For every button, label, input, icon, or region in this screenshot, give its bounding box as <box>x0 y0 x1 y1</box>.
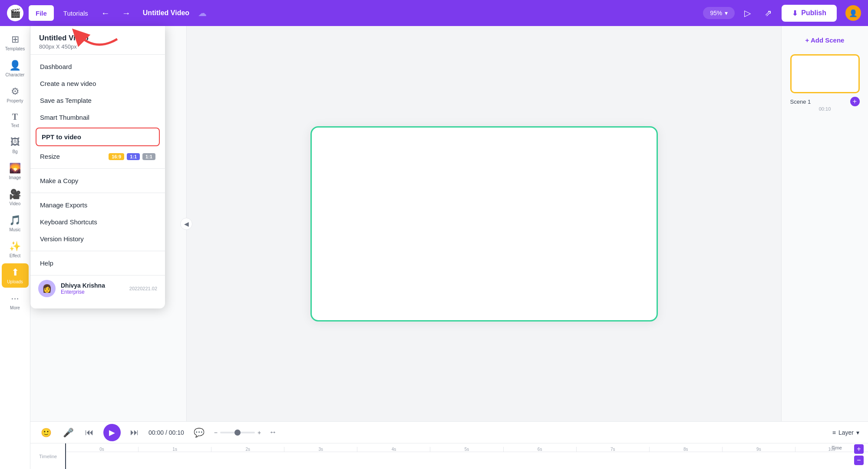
zoom-selector[interactable]: 95% ▾ <box>703 7 735 19</box>
publish-button[interactable]: ⬇ Publish <box>782 5 837 22</box>
ruler-mark-7s: 7s <box>576 447 649 452</box>
dropdown-item-resize[interactable]: Resize 16:9 1:1 1:1 <box>30 148 165 165</box>
property-icon: ⚙ <box>11 86 20 97</box>
expand-icon[interactable]: ↔ <box>269 428 277 437</box>
sidebar-item-video[interactable]: 🎥 Video <box>2 185 29 210</box>
dropdown-item-create-new[interactable]: Create a new video <box>30 75 165 92</box>
sidebar-item-music[interactable]: 🎵 Music <box>2 211 29 236</box>
divider-3 <box>30 251 165 251</box>
zoom-in-button[interactable]: + <box>854 444 864 454</box>
preview-button[interactable]: ▷ <box>740 6 755 20</box>
cloud-save-icon: ☁ <box>198 8 207 18</box>
timeline-label: Timeline <box>39 454 65 459</box>
timeline-row: Timeline 0s 1s 2s 3s 4s 5s 6s 7s 8s 9s 1… <box>30 443 868 469</box>
time-end-label: Time <box>832 445 842 450</box>
dropdown-user-info: 👩 Dhivya Krishna Enterprise 20220221.02 <box>30 275 165 302</box>
share-button[interactable]: ⇗ <box>760 6 776 20</box>
user-name: Dhivya Krishna <box>61 282 105 289</box>
topbar: 🎬 File Tutorials ← → Untitled Video ☁ 95… <box>0 0 868 26</box>
volume-plus-icon: + <box>257 429 261 436</box>
sidebar-item-label: Music <box>9 227 20 232</box>
video-title: Untitled Video <box>143 9 189 17</box>
time-display: 00:00 / 00:10 <box>149 429 184 436</box>
tutorials-button[interactable]: Tutorials <box>59 7 92 20</box>
music-icon: 🎵 <box>9 215 21 226</box>
caption-button[interactable]: 💬 <box>192 426 206 439</box>
sidebar-item-label: Video <box>10 201 20 206</box>
dropdown-item-smart-thumbnail[interactable]: Smart Thumbnail <box>30 109 165 126</box>
zoom-out-button[interactable]: − <box>854 456 864 465</box>
resize-badge-square: 1:1 <box>142 153 155 160</box>
sidebar-item-property[interactable]: ⚙ Property <box>2 82 29 107</box>
sidebar-item-templates[interactable]: ⊞ Templates <box>2 30 29 55</box>
volume-slider: − + <box>214 429 261 436</box>
sidebar-item-label: Character <box>6 72 25 77</box>
sidebar-item-label: Effect <box>10 253 20 258</box>
publish-icon: ⬇ <box>792 9 798 17</box>
scene-1-time: 00:10 <box>819 106 831 112</box>
scene-add-button[interactable]: + <box>850 97 860 106</box>
dropdown-item-make-copy[interactable]: Make a Copy <box>30 172 165 189</box>
uploads-icon: ⬆ <box>11 267 19 278</box>
user-avatar-small: 👩 <box>38 280 56 297</box>
sidebar-item-label: Bg <box>12 149 17 154</box>
divider-1 <box>30 168 165 169</box>
scene-1-label: Scene 1 + <box>790 97 860 106</box>
playhead[interactable] <box>65 443 66 469</box>
scene-1-thumbnail[interactable] <box>790 54 860 93</box>
ruler-mark-3s: 3s <box>284 447 357 452</box>
undo-button[interactable]: ← <box>98 7 113 20</box>
sidebar-item-image[interactable]: 🌄 Image <box>2 159 29 184</box>
volume-minus-icon: − <box>214 429 218 436</box>
project-title: Untitled Video <box>39 34 156 43</box>
sidebar-item-text[interactable]: T Text <box>2 108 29 131</box>
user-plan: Enterprise <box>61 289 105 295</box>
ruler-mark-1s: 1s <box>138 447 211 452</box>
ruler-mark-9s: 9s <box>722 447 795 452</box>
timeline-ruler[interactable]: 0s 1s 2s 3s 4s 5s 6s 7s 8s 9s 10s Time +… <box>65 443 868 469</box>
ruler-mark-2s: 2s <box>211 447 284 452</box>
dropdown-item-dashboard[interactable]: Dashboard <box>30 58 165 75</box>
dropdown-item-help[interactable]: Help <box>30 255 165 272</box>
file-button[interactable]: File <box>29 5 54 21</box>
skip-back-button[interactable]: ⏮ <box>83 426 96 439</box>
sidebar-item-label: More <box>10 305 20 310</box>
collapse-panel-button[interactable]: ◀ <box>180 218 192 230</box>
timeline-zoom-controls: + − <box>854 444 864 465</box>
user-details: Dhivya Krishna Enterprise <box>61 282 105 295</box>
canvas-area <box>187 26 781 421</box>
volume-track[interactable] <box>220 432 255 433</box>
user-avatar[interactable]: 👤 <box>845 5 861 21</box>
ruler-mark-4s: 4s <box>357 447 430 452</box>
sidebar-item-label: Templates <box>5 46 25 51</box>
sidebar-item-more[interactable]: ··· More <box>2 289 29 314</box>
microphone-button[interactable]: 🎤 <box>61 426 76 439</box>
sidebar-item-character[interactable]: 👤 Character <box>2 56 29 81</box>
text-icon: T <box>12 112 18 122</box>
dropdown-item-save-template[interactable]: Save as Template <box>30 92 165 109</box>
avatar-controls-icon[interactable]: 🙂 <box>39 426 53 439</box>
dropdown-item-ppt-to-video[interactable]: PPT to video <box>36 128 160 146</box>
video-canvas[interactable] <box>310 126 658 321</box>
ruler-mark-0s: 0s <box>65 447 138 452</box>
resize-badge-11: 1:1 <box>127 153 140 160</box>
dropdown-item-version-history[interactable]: Version History <box>30 230 165 247</box>
effect-icon: ✨ <box>9 241 21 252</box>
dropdown-item-keyboard-shortcuts[interactable]: Keyboard Shortcuts <box>30 213 165 230</box>
templates-icon: ⊞ <box>11 34 19 45</box>
image-icon: 🌄 <box>9 163 21 174</box>
skip-forward-button[interactable]: ⏭ <box>129 426 141 439</box>
redo-button[interactable]: → <box>119 7 134 20</box>
dropdown-item-manage-exports[interactable]: Manage Exports <box>30 197 165 213</box>
divider-2 <box>30 193 165 193</box>
sidebar-item-uploads[interactable]: ⬆ Uploads <box>2 263 29 288</box>
sidebar-item-bg[interactable]: 🖼 Bg <box>2 133 29 157</box>
play-button[interactable]: ▶ <box>103 424 121 441</box>
sidebar-item-label: Image <box>9 175 21 180</box>
sidebar-item-effect[interactable]: ✨ Effect <box>2 237 29 262</box>
layer-button[interactable]: ≡ Layer ▾ <box>832 429 859 436</box>
sidebar-item-label: Uploads <box>7 279 23 284</box>
add-scene-button[interactable]: + Add Scene <box>799 33 851 47</box>
sidebar-item-label: Property <box>7 98 23 103</box>
volume-thumb[interactable] <box>234 430 241 436</box>
